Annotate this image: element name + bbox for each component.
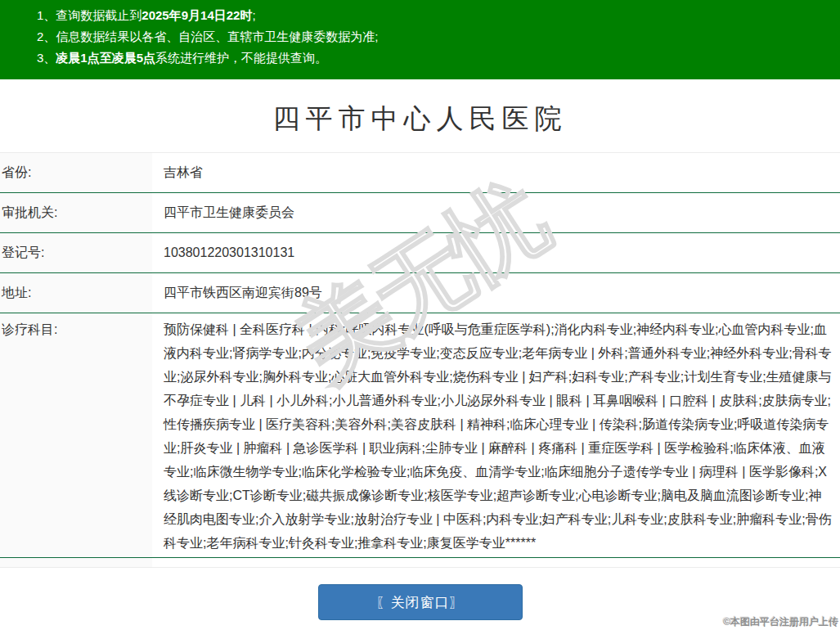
notice-num: 3、 <box>37 51 56 65</box>
row-value: 吉林省 <box>152 153 840 192</box>
spacer-value-cell <box>152 558 840 567</box>
page-title: 四平市中心人民医院 <box>0 102 840 135</box>
notice-line-1: 1、查询数据截止到2025年9月14日22时; <box>37 5 832 26</box>
table-row-departments: 诊疗科目: 预防保健科 | 全科医疗科 | 内科;呼吸内科专业(呼吸与危重症医学… <box>0 313 840 558</box>
row-value: 四平市卫生健康委员会 <box>152 193 840 232</box>
row-label: 审批机关: <box>0 193 152 232</box>
notice-bold-text: 凌晨1点至凌晨5点 <box>56 51 155 65</box>
close-window-button[interactable]: 〖关闭窗口〗 <box>318 584 523 620</box>
hospital-info-table: 省份: 吉林省 审批机关: 四平市卫生健康委员会 登记号: 1038012203… <box>0 152 840 568</box>
row-label: 诊疗科目: <box>0 313 152 557</box>
notice-text: ; <box>252 8 255 22</box>
table-row-province: 省份: 吉林省 <box>0 153 840 193</box>
spacer-label-cell <box>0 558 152 567</box>
button-row: 〖关闭窗口〗 <box>0 584 840 620</box>
notice-text: 信息数据结果以各省、自治区、直辖市卫生健康委数据为准; <box>56 29 378 43</box>
notice-line-3: 3、凌晨1点至凌晨5点系统进行维护，不能提供查询。 <box>37 47 832 69</box>
table-row-approval-authority: 审批机关: 四平市卫生健康委员会 <box>0 193 840 233</box>
notice-text: 查询数据截止到 <box>56 8 141 22</box>
table-row-registration-number: 登记号: 103801220301310131 <box>0 233 840 273</box>
row-value: 103801220301310131 <box>152 233 840 272</box>
notice-bar: 1、查询数据截止到2025年9月14日22时; 2、信息数据结果以各省、自治区、… <box>0 0 840 79</box>
table-row-address: 地址: 四平市铁西区南迎宾街89号 <box>0 273 840 313</box>
row-label: 地址: <box>0 273 152 313</box>
notice-num: 2、 <box>37 29 56 43</box>
row-label: 登记号: <box>0 233 152 272</box>
upload-copyright-note: ©本图由平台注册用户上传 <box>723 615 838 629</box>
notice-bold-text: 2025年9月14日22时 <box>141 8 252 22</box>
row-value: 四平市铁西区南迎宾街89号 <box>152 273 840 313</box>
notice-text: 系统进行维护，不能提供查询。 <box>155 51 327 65</box>
table-spacer-row <box>0 558 840 568</box>
row-label: 省份: <box>0 153 152 192</box>
notice-num: 1、 <box>37 8 56 22</box>
notice-line-2: 2、信息数据结果以各省、自治区、直辖市卫生健康委数据为准; <box>37 26 832 47</box>
row-value: 预防保健科 | 全科医疗科 | 内科;呼吸内科专业(呼吸与危重症医学科);消化内… <box>152 313 840 557</box>
